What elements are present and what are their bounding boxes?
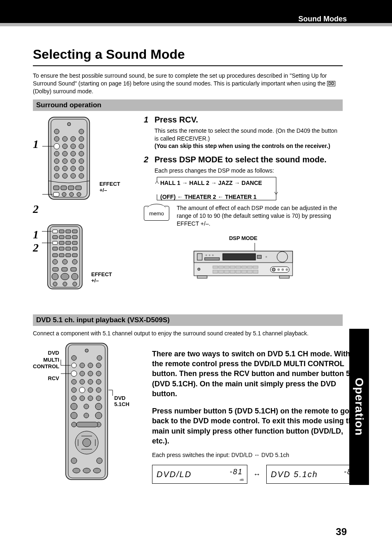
svg-rect-97 (219, 270, 224, 273)
svg-point-8 (79, 136, 84, 141)
svg-point-128 (71, 388, 76, 392)
svg-point-120 (71, 371, 77, 376)
remote2-callout-2: 2 (33, 241, 39, 254)
bidirectional-arrow-icon: ↔ (253, 470, 261, 479)
dvd51-intro: Connect a component with 5.1 channel out… (33, 330, 343, 337)
svg-point-149 (73, 468, 80, 473)
svg-point-141 (95, 412, 102, 419)
svg-point-25 (54, 173, 59, 178)
svg-rect-30 (61, 186, 67, 190)
svg-rect-102 (247, 270, 252, 273)
svg-rect-91 (230, 266, 235, 268)
svg-rect-57 (53, 254, 58, 257)
svg-rect-49 (53, 241, 58, 245)
svg-rect-94 (247, 266, 252, 268)
svg-point-119 (96, 363, 101, 368)
svg-rect-32 (76, 186, 81, 190)
svg-point-68 (71, 273, 78, 280)
svg-point-26 (62, 173, 67, 178)
svg-point-11 (71, 144, 76, 149)
svg-point-134 (88, 396, 93, 401)
svg-point-122 (88, 371, 93, 376)
dvd51-para2: Press number button 5 (DVD 5.1CH) on the… (152, 406, 362, 446)
svg-point-79 (205, 254, 207, 256)
svg-point-28 (79, 173, 84, 178)
svg-rect-82 (205, 258, 219, 260)
svg-point-138 (95, 403, 102, 410)
svg-point-108 (286, 268, 288, 271)
dvd51-heading: DVD 5.1 ch. input playback (VSX-D509S) (33, 314, 343, 326)
svg-rect-101 (242, 270, 247, 273)
svg-rect-45 (53, 235, 58, 239)
svg-point-21 (54, 166, 59, 171)
remote-control-illustration-2 (40, 224, 90, 290)
svg-point-70 (53, 282, 57, 286)
svg-rect-59 (66, 254, 71, 257)
svg-point-86 (277, 252, 288, 262)
remote-control-illustration-1 (40, 115, 98, 201)
dolby-icon: DD (327, 81, 335, 86)
svg-point-4 (79, 129, 84, 134)
step-1-title: Press RCV. (154, 115, 198, 125)
svg-point-22 (62, 166, 67, 171)
svg-point-121 (80, 371, 85, 376)
display1-unit: dB (240, 478, 244, 482)
memo-text: The amount of effect of each DSP mode ca… (177, 204, 343, 228)
effect-label-1: EFFECT +/– (99, 181, 120, 193)
svg-point-5 (54, 136, 59, 141)
svg-rect-53 (53, 247, 58, 250)
svg-rect-103 (253, 270, 258, 273)
svg-point-130 (88, 388, 93, 392)
dsp-cycle-diagram: HALL 1 → HALL 2 → JAZZ → DANCE (OFF) ← T… (155, 180, 279, 200)
svg-point-115 (97, 355, 102, 360)
remote1-callout-2: 2 (33, 203, 39, 216)
svg-rect-46 (59, 235, 64, 239)
svg-point-146 (83, 439, 91, 447)
svg-point-27 (71, 173, 76, 178)
dvd51ch-label: DVD 5.1CH (114, 395, 129, 407)
svg-point-10 (62, 144, 67, 149)
svg-point-106 (277, 268, 280, 271)
svg-point-20 (79, 159, 84, 164)
svg-rect-51 (66, 241, 71, 245)
svg-point-85 (265, 256, 267, 258)
svg-point-12 (79, 144, 84, 149)
svg-point-63 (72, 259, 77, 264)
svg-rect-78 (197, 254, 202, 260)
svg-rect-98 (224, 270, 229, 273)
svg-rect-58 (59, 254, 64, 257)
svg-point-3 (54, 129, 59, 134)
svg-rect-83 (223, 254, 256, 260)
page-title: Selecting a Sound Mode (33, 47, 343, 66)
svg-point-13 (54, 151, 59, 156)
svg-point-132 (71, 396, 76, 401)
step-2-body: Each press changes the DSP mode as follo… (154, 167, 274, 174)
svg-point-126 (88, 379, 93, 384)
svg-point-17 (54, 159, 59, 164)
svg-point-34 (62, 192, 66, 196)
dvd-multi-control-label: DVD MULTI CONTROL (33, 350, 59, 371)
svg-point-81 (212, 254, 214, 256)
svg-point-23 (71, 166, 76, 171)
svg-point-147 (71, 458, 77, 464)
svg-point-140 (84, 413, 89, 418)
svg-rect-92 (236, 266, 241, 268)
svg-point-80 (209, 254, 210, 256)
svg-point-2 (67, 122, 71, 126)
svg-rect-29 (53, 186, 59, 190)
svg-point-61 (53, 259, 58, 264)
svg-rect-48 (72, 235, 77, 239)
svg-rect-88 (213, 266, 218, 268)
svg-point-36 (77, 192, 81, 196)
svg-rect-93 (242, 266, 247, 268)
display1-db: -81 (230, 468, 243, 476)
svg-point-129 (79, 387, 85, 393)
svg-point-136 (71, 403, 77, 410)
svg-point-127 (96, 379, 101, 384)
dvd51-switch-text: Each press switches the input: DVD/LD ↔ … (152, 452, 362, 458)
svg-rect-31 (68, 186, 74, 190)
svg-rect-100 (236, 270, 241, 273)
svg-point-148 (97, 458, 102, 464)
step-2-number: 2 (144, 155, 151, 164)
remote1-callout-1: 1 (33, 138, 39, 151)
